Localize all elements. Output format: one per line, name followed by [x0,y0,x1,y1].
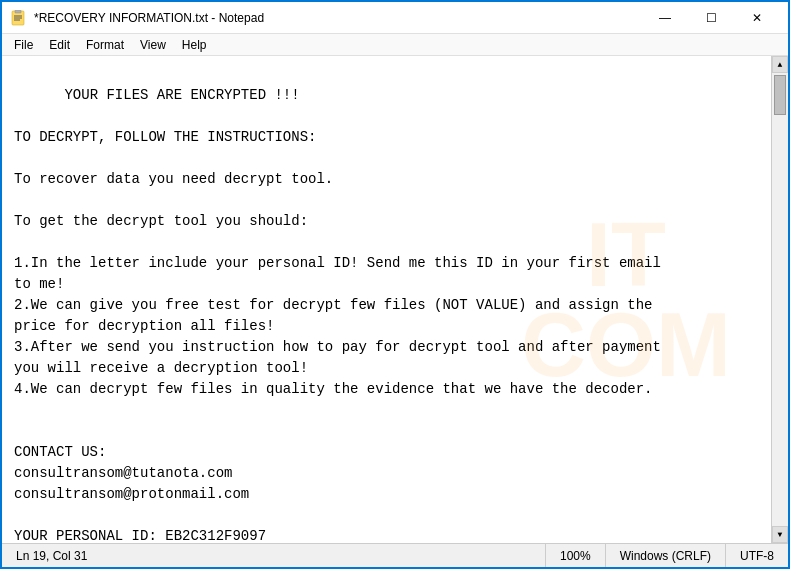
cursor-position: Ln 19, Col 31 [2,544,101,567]
status-bar: Ln 19, Col 31 100% Windows (CRLF) UTF-8 [2,543,788,567]
menu-edit[interactable]: Edit [41,36,78,54]
menu-format[interactable]: Format [78,36,132,54]
menu-file[interactable]: File [6,36,41,54]
minimize-button[interactable]: — [642,2,688,34]
zoom-level: 100% [545,544,605,567]
scrollbar-track[interactable] [772,73,788,526]
close-button[interactable]: ✕ [734,2,780,34]
line-ending: Windows (CRLF) [605,544,725,567]
editor-container: ITCOMYOUR FILES ARE ENCRYPTED !!! TO DEC… [2,56,788,543]
title-bar-controls: — ☐ ✕ [642,2,780,34]
menu-view[interactable]: View [132,36,174,54]
window-title: *RECOVERY INFORMATION.txt - Notepad [34,11,264,25]
encoding: UTF-8 [725,544,788,567]
notepad-icon [10,10,26,26]
title-bar-left: *RECOVERY INFORMATION.txt - Notepad [10,10,264,26]
scrollbar: ▲ ▼ [771,56,788,543]
watermark: ITCOM [521,210,731,390]
scrollbar-thumb[interactable] [774,75,786,115]
menu-help[interactable]: Help [174,36,215,54]
svg-rect-1 [15,10,21,13]
title-bar: *RECOVERY INFORMATION.txt - Notepad — ☐ … [2,2,788,34]
scroll-up-button[interactable]: ▲ [772,56,788,73]
menu-bar: File Edit Format View Help [2,34,788,56]
maximize-button[interactable]: ☐ [688,2,734,34]
text-editor[interactable]: ITCOMYOUR FILES ARE ENCRYPTED !!! TO DEC… [2,56,771,543]
notepad-window: *RECOVERY INFORMATION.txt - Notepad — ☐ … [0,0,790,569]
scroll-down-button[interactable]: ▼ [772,526,788,543]
